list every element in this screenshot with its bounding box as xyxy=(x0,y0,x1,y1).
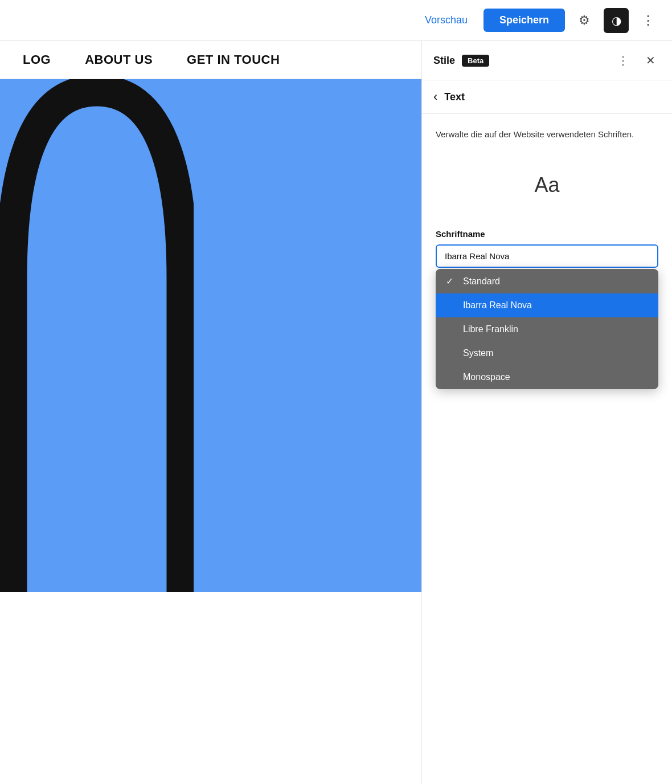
panel-close-button[interactable]: ✕ xyxy=(640,50,661,71)
main-layout: LOG ABOUT US GET IN TOUCH Stile Beta ⋮ ✕ xyxy=(0,41,672,784)
dropdown-item-monospace[interactable]: Monospace xyxy=(436,365,658,389)
panel-title: Stile xyxy=(433,55,455,67)
dropdown-item-ibarra[interactable]: Ibarra Real Nova xyxy=(436,293,658,317)
website-preview: LOG ABOUT US GET IN TOUCH xyxy=(0,41,421,784)
style-panel: Stile Beta ⋮ ✕ ‹ Text Verwalte die auf d… xyxy=(421,41,672,784)
top-bar: Vorschau Speichern ⚙ ◑ ⋮ xyxy=(0,0,672,41)
panel-more-button[interactable]: ⋮ xyxy=(613,50,633,71)
description-text: Verwalte die auf der Website verwendeten… xyxy=(436,128,658,141)
dropdown-item-label-system: System xyxy=(463,348,493,358)
nav-item-about: ABOUT US xyxy=(85,52,153,67)
font-preview-text: Aa xyxy=(534,173,559,197)
blue-section xyxy=(0,79,421,592)
check-icon-standard: ✓ xyxy=(446,276,457,287)
dropdown-item-label-libre: Libre Franklin xyxy=(463,324,518,334)
nav-item-blog: LOG xyxy=(23,52,51,67)
save-button[interactable]: Speichern xyxy=(483,9,565,32)
back-button[interactable]: ‹ xyxy=(433,89,437,104)
arch-shape xyxy=(0,79,194,592)
preview-nav: LOG ABOUT US GET IN TOUCH xyxy=(0,41,421,79)
font-preview-area: Aa xyxy=(436,160,658,211)
preview-button[interactable]: Vorschau xyxy=(416,10,477,31)
panel-header: Stile Beta ⋮ ✕ xyxy=(422,41,672,80)
font-name-label: Schriftname xyxy=(436,229,658,239)
more-options-button[interactable]: ⋮ xyxy=(636,8,661,33)
dropdown-item-label-ibarra: Ibarra Real Nova xyxy=(463,300,532,311)
panel-content: Verwalte die auf der Website verwendeten… xyxy=(422,114,672,784)
dropdown-item-label-monospace: Monospace xyxy=(463,372,510,382)
nav-item-contact: GET IN TOUCH xyxy=(187,52,280,67)
contrast-button[interactable]: ◑ xyxy=(604,8,629,33)
sub-title: Text xyxy=(444,91,465,103)
font-name-input[interactable] xyxy=(436,244,658,268)
gear-icon: ⚙ xyxy=(579,13,590,28)
dropdown-item-libre[interactable]: Libre Franklin xyxy=(436,317,658,341)
contrast-icon: ◑ xyxy=(612,14,621,27)
panel-sub-header: ‹ Text xyxy=(422,80,672,114)
beta-badge: Beta xyxy=(462,55,489,67)
dropdown-item-system[interactable]: System xyxy=(436,341,658,365)
font-dropdown-menu: ✓ Standard Ibarra Real Nova Libre Frankl… xyxy=(436,269,658,389)
dropdown-item-standard[interactable]: ✓ Standard xyxy=(436,269,658,293)
dropdown-item-label-standard: Standard xyxy=(463,276,500,287)
more-dots-icon: ⋮ xyxy=(642,13,655,28)
settings-button[interactable]: ⚙ xyxy=(572,8,597,33)
font-dropdown-wrapper: ✓ Standard Ibarra Real Nova Libre Frankl… xyxy=(436,244,658,268)
